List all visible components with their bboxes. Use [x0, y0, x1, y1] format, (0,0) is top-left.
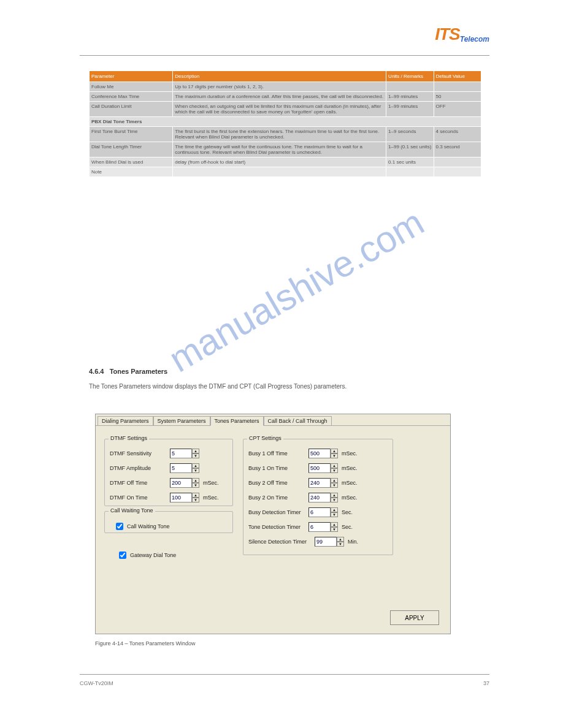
table-row: When Blind Dial is used delay (from off-… — [90, 157, 481, 167]
gateway-dialtone-label: Gateway Dial Tone — [130, 552, 176, 558]
busy-det-input[interactable] — [308, 507, 331, 517]
spin-down-icon[interactable]: ▼ — [192, 468, 199, 473]
spin-up-icon[interactable]: ▲ — [192, 493, 199, 498]
logo-its: ITS — [435, 25, 460, 44]
tones-parameters-panel: Dialing Parameters System Parameters Ton… — [95, 414, 451, 634]
table-section-row: PBX Dial Tone Timers — [90, 117, 481, 126]
spin-up-icon[interactable]: ▲ — [192, 478, 199, 483]
busy2-on-input[interactable] — [308, 493, 331, 502]
dtmf-sensitivity-input[interactable] — [170, 449, 192, 458]
logo: ITSTelecom — [435, 25, 489, 44]
spin-up-icon[interactable]: ▲ — [192, 449, 199, 453]
tab-dialing[interactable]: Dialing Parameters — [98, 416, 153, 425]
section-description: The Tones Parameters window displays the… — [89, 383, 457, 390]
spin-down-icon[interactable]: ▼ — [331, 483, 338, 488]
dtmf-settings-group: DTMF Settings DTMF Sensitivity ▲▼ DTMF A… — [104, 439, 233, 506]
spin-up-icon[interactable]: ▲ — [331, 478, 338, 483]
table-row: Call Duration Limit When checked, an out… — [90, 102, 481, 116]
spin-up-icon[interactable]: ▲ — [331, 493, 338, 498]
busy2-off-input[interactable] — [308, 478, 331, 488]
spin-down-icon[interactable]: ▼ — [192, 453, 199, 458]
tab-system[interactable]: System Parameters — [153, 416, 210, 425]
cwt-label: Call Waiting Tone — [109, 507, 155, 514]
table-row: Conference Max Time The maximum duration… — [90, 92, 481, 101]
spin-up-icon[interactable]: ▲ — [192, 463, 199, 468]
th-units: Units / Remarks — [386, 71, 433, 82]
spin-down-icon[interactable]: ▼ — [337, 542, 344, 547]
th-parameter: Parameter — [90, 71, 172, 82]
busy1-off-input[interactable] — [308, 449, 331, 458]
spin-down-icon[interactable]: ▼ — [192, 498, 199, 502]
figure-caption: Figure 4-14 – Tones Parameters Window — [95, 640, 195, 646]
tab-tones[interactable]: Tones Parameters — [210, 416, 264, 426]
dtmf-on-row: DTMF On Time ▲▼ mSec. — [110, 492, 228, 503]
table-row: First Tone Burst Time The first burst is… — [90, 127, 481, 142]
parameters-table: Parameter Description Units / Remarks De… — [89, 70, 481, 177]
tone-det-input[interactable] — [308, 522, 331, 532]
th-default: Default Value — [434, 71, 481, 82]
dtmf-amplitude-input[interactable] — [170, 463, 192, 473]
cpt-settings-group: CPT Settings Busy 1 Off Time▲▼mSec. Busy… — [243, 439, 393, 555]
table-row: Follow Me Up to 17 digits per number (sl… — [90, 82, 481, 91]
spin-up-icon[interactable]: ▲ — [331, 507, 338, 512]
th-description: Description — [173, 71, 386, 82]
dtmf-amplitude-row: DTMF Amplitude ▲▼ — [110, 463, 228, 474]
dtmf-settings-label: DTMF Settings — [109, 435, 149, 441]
spin-down-icon[interactable]: ▼ — [331, 512, 338, 517]
spin-down-icon[interactable]: ▼ — [331, 498, 338, 502]
footer-left: CGW-Tv20IM — [80, 680, 113, 686]
silence-det-input[interactable] — [315, 537, 337, 547]
spin-up-icon[interactable]: ▲ — [337, 537, 344, 542]
cwt-check-label: Call Waiting Tone — [127, 523, 170, 529]
gateway-dialtone-checkbox[interactable] — [119, 552, 126, 559]
dtmf-on-input[interactable] — [170, 493, 192, 502]
cpt-label: CPT Settings — [247, 435, 283, 441]
spin-up-icon[interactable]: ▲ — [331, 449, 338, 453]
divider-bottom — [80, 674, 489, 675]
spin-up-icon[interactable]: ▲ — [331, 522, 338, 527]
table-header-row: Parameter Description Units / Remarks De… — [90, 71, 481, 82]
spin-down-icon[interactable]: ▼ — [331, 527, 338, 532]
apply-button[interactable]: APPLY — [390, 610, 439, 625]
spin-down-icon[interactable]: ▼ — [331, 468, 338, 473]
section-heading: 4.6.4 Tones Parameters — [89, 368, 167, 375]
cwt-checkbox[interactable] — [116, 523, 123, 530]
tab-callback[interactable]: Call Back / Call Through — [264, 416, 332, 425]
divider-top — [80, 55, 489, 56]
busy1-on-input[interactable] — [308, 463, 331, 473]
watermark: manualshive.com — [162, 201, 431, 381]
dtmf-sensitivity-row: DTMF Sensitivity ▲▼ — [110, 448, 228, 459]
logo-telecom: Telecom — [460, 35, 489, 44]
footer-right: 37 — [483, 680, 489, 686]
dtmf-off-input[interactable] — [170, 478, 192, 488]
spin-up-icon[interactable]: ▲ — [331, 463, 338, 468]
table-row: Note — [90, 167, 481, 176]
table-row: Dial Tone Length Timer The time the gate… — [90, 142, 481, 157]
tab-strip: Dialing Parameters System Parameters Ton… — [96, 414, 450, 426]
spin-down-icon[interactable]: ▼ — [192, 483, 199, 488]
dtmf-off-row: DTMF Off Time ▲▼ mSec. — [110, 477, 228, 488]
spin-down-icon[interactable]: ▼ — [331, 453, 338, 458]
call-waiting-group: Call Waiting Tone Call Waiting Tone — [104, 511, 233, 533]
